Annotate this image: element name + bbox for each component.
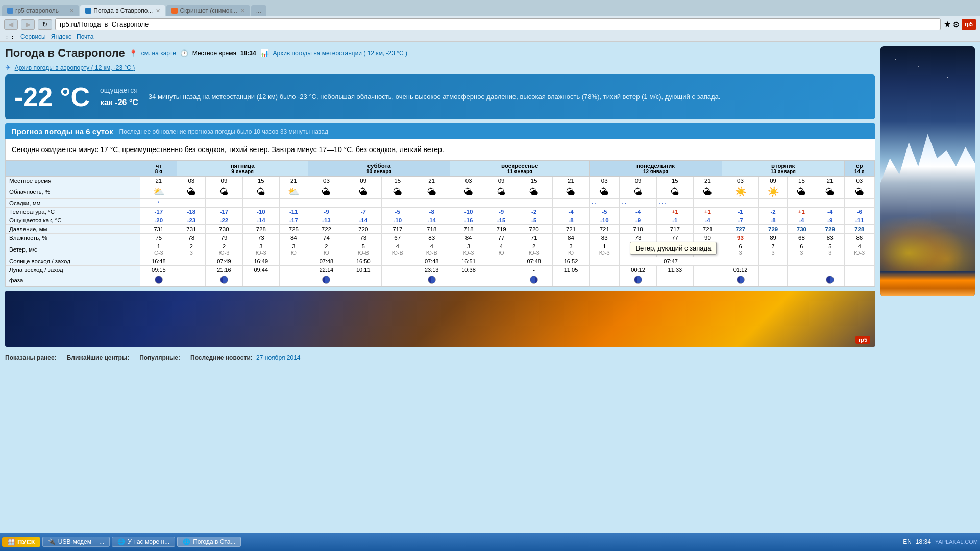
day-date-sat: 10 января	[310, 169, 448, 174]
map-link[interactable]: см. на карте	[141, 49, 176, 57]
url-bar[interactable]	[55, 18, 941, 30]
phase-9	[450, 274, 487, 286]
current-temp: -22 °С	[14, 82, 90, 112]
pres-9: 718	[450, 225, 487, 234]
hum-17: 93	[722, 234, 758, 242]
temperature-row: Температура, °С -17 -18 -17 -10 -11 -9 -…	[6, 208, 875, 216]
moon-15: 11:33	[656, 266, 693, 274]
taskbar-item-weather[interactable]: 🌐 Погода в Ста...	[177, 537, 241, 547]
time-09e: 09	[759, 177, 788, 185]
forward-button[interactable]: ▶	[21, 19, 35, 30]
refresh-button[interactable]: ↻	[38, 19, 52, 30]
wind-10: 4Ю	[487, 242, 516, 257]
wind-17: 63	[722, 242, 758, 257]
pres-0: 731	[140, 225, 177, 234]
cloud-cell-20: 🌥	[816, 185, 844, 199]
cloud-cell-5: 🌥	[308, 185, 345, 199]
time-03c: 03	[450, 177, 487, 185]
current-temp-display: -22 °С	[14, 82, 90, 112]
day-date-fri: 9 января	[179, 169, 305, 174]
time-21e: 21	[816, 177, 844, 185]
footer-nearest-title: Ближайшие центры:	[67, 354, 129, 361]
feels-label: ощущается	[100, 85, 138, 96]
precip-0: *	[140, 199, 177, 208]
cloud-cell-15: 🌤	[656, 185, 693, 199]
precip-11	[516, 199, 552, 208]
pres-2: 730	[206, 225, 242, 234]
day-header-tue: вторник 13 января	[722, 161, 844, 177]
bookmark-services[interactable]: Сервисы	[20, 33, 46, 40]
feels-8: -14	[413, 216, 450, 225]
wind-0: 1С-3	[140, 242, 177, 257]
day-header-wed: ср 14 я	[844, 161, 874, 177]
feels-21: -11	[844, 216, 874, 225]
phase-13	[590, 274, 620, 286]
weather-table: чт 8 я пятница 9 января суббота 10 январ…	[6, 161, 875, 286]
feels-13: -10	[590, 216, 620, 225]
hum-21: 86	[844, 234, 874, 242]
back-button[interactable]: ◀	[4, 19, 18, 30]
wind-8: 4Ю-В	[413, 242, 450, 257]
current-weather-box: -22 °С ощущается как -26 °С 34 минуты на…	[5, 74, 875, 119]
temp-17: -1	[722, 208, 758, 216]
temp-7: -5	[382, 208, 413, 216]
day-name-sun: воскресенье	[452, 163, 587, 169]
bookmark-icon[interactable]: ★	[944, 19, 951, 29]
feels-14: -9	[620, 216, 656, 225]
footer-news: Последние новости: 27 ноября 2014	[190, 354, 301, 361]
sun-18	[759, 257, 788, 266]
taskbar-right: EN 18:34 YAPLAKAL.COM	[903, 538, 978, 545]
clock-icon: 🕐	[180, 49, 188, 57]
start-icon: 🪟	[7, 538, 15, 546]
moon-10	[487, 266, 516, 274]
hum-3: 73	[242, 234, 279, 242]
moon-row: Луна восход / заход 09:15 21:16 09:44 22…	[6, 266, 875, 274]
time-15e: 15	[787, 177, 816, 185]
day-name-thu: чт	[142, 163, 175, 169]
tab-2[interactable]: Погода в Ставропо... ✕	[80, 5, 165, 16]
airport-link[interactable]: Архив погоды в аэропорту ( 12 км, -23 °С…	[15, 64, 135, 71]
time-21a: 21	[279, 177, 308, 185]
start-button[interactable]: 🪟 ПУСК	[2, 537, 40, 547]
pres-21: 728	[844, 225, 874, 234]
wind-9: 3Ю-3	[450, 242, 487, 257]
temp-11: -2	[516, 208, 552, 216]
bookmark-mail[interactable]: Почта	[77, 33, 93, 40]
forecast-update: Последнее обновление прогноза погоды был…	[119, 128, 328, 135]
pres-5: 722	[308, 225, 345, 234]
moon-16	[694, 266, 722, 274]
nav-bar: ◀ ▶ ↻ ★ ⚙ rp5	[0, 16, 980, 32]
pres-7: 717	[382, 225, 413, 234]
tab-4[interactable]: ...	[251, 5, 266, 16]
taskbar-item-usb[interactable]: 🔌 USB-модем —...	[42, 537, 110, 547]
phase-20	[816, 274, 844, 286]
pres-10: 719	[487, 225, 516, 234]
precip-15: · · ·	[656, 199, 693, 208]
pres-19: 730	[787, 225, 816, 234]
footer-popular: Популярные:	[139, 354, 180, 361]
precip-21	[844, 199, 874, 208]
temp-12: -4	[552, 208, 589, 216]
tab-2-label: Погода в Ставропо...	[93, 7, 153, 14]
banner-logo: rp5	[855, 336, 870, 344]
sun-4	[279, 257, 308, 266]
moon-13	[590, 266, 620, 274]
wind-7: 4Ю-В	[382, 242, 413, 257]
phase-12	[552, 274, 589, 286]
tab-3[interactable]: Скриншот (снимок... ✕	[166, 5, 250, 16]
browser-chrome: гр5 ставрополь — ✕ Погода в Ставропо... …	[0, 0, 980, 42]
time-09a: 09	[206, 177, 242, 185]
taskbar-item-sea[interactable]: 🌐 У нас море н...	[112, 537, 175, 547]
feels-17: -7	[722, 216, 758, 225]
moon-19	[787, 266, 816, 274]
bookmark-yandex[interactable]: Яндекс	[51, 33, 71, 40]
row-label-pressure: Давление, мм	[6, 225, 140, 234]
sun-3: 16:49	[242, 257, 279, 266]
archive-link[interactable]: Архив погоды на метеостанции ( 12 км, -2…	[273, 49, 407, 57]
settings-icon[interactable]: ⚙	[953, 20, 960, 29]
temp-19: +1	[787, 208, 816, 216]
browser-icon-sea: 🌐	[117, 538, 125, 545]
forecast-title: Прогноз погоды на 6 суток	[11, 127, 113, 136]
tab-1[interactable]: гр5 ставрополь — ✕	[2, 5, 79, 16]
pres-12: 721	[552, 225, 589, 234]
